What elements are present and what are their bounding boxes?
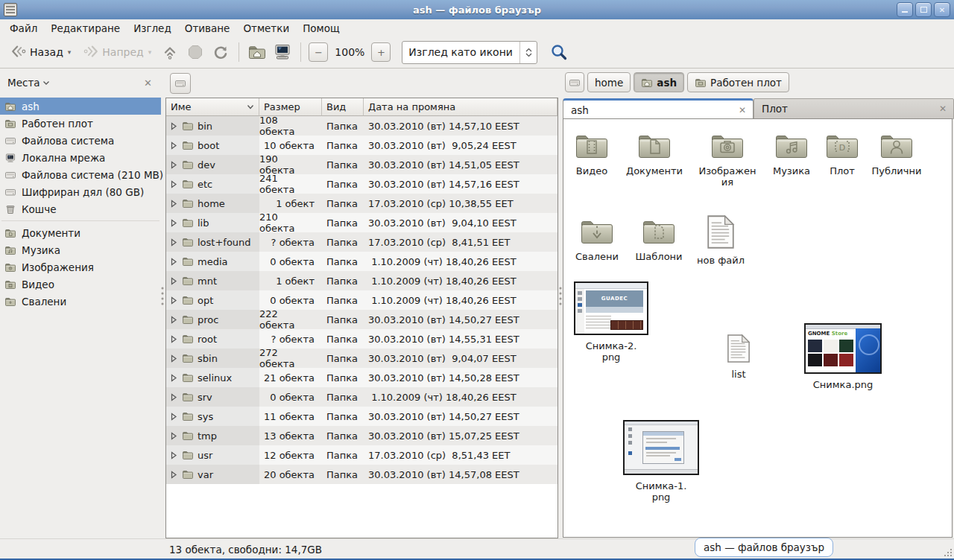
expander-icon[interactable]	[169, 432, 178, 440]
expander-icon[interactable]	[169, 238, 178, 246]
sidebar-item-Файлова система[interactable]: Файлова система	[0, 132, 161, 149]
home-button[interactable]	[244, 40, 270, 64]
grid-item-Публични[interactable]: Публични	[856, 130, 938, 176]
table-row-lib[interactable]: lib210 обектаПапка30.03.2010 (вт) 9,04,1…	[166, 213, 557, 232]
sidebar-item-Музика[interactable]: Музика	[0, 241, 161, 258]
menu-item-5[interactable]: Отметки	[236, 20, 296, 36]
table-row-home[interactable]: home1 обектПапка17.03.2010 (ср) 10,38,55…	[166, 194, 557, 213]
sidebar-title[interactable]: Места	[7, 77, 40, 89]
middle-pane-root-button[interactable]	[170, 73, 191, 94]
table-row-proc[interactable]: proc222 обектаПапка30.03.2010 (вт) 14,50…	[166, 310, 557, 329]
menu-item-4[interactable]: Отиване	[178, 20, 237, 36]
table-row-var[interactable]: var20 обектаПапка30.03.2010 (вт) 14,57,0…	[166, 465, 557, 484]
menu-item-1[interactable]: Файл	[3, 20, 44, 36]
table-row-opt[interactable]: opt0 обектаПапка 1.10.2009 (чт) 18,40,26…	[166, 290, 557, 310]
table-row-media[interactable]: media0 обектаПапка 1.10.2009 (чт) 18,40,…	[166, 252, 557, 271]
column-header-Размер[interactable]: Размер	[259, 98, 322, 116]
expander-icon[interactable]	[169, 141, 178, 150]
expander-icon[interactable]	[169, 161, 178, 169]
breadcrumb-Работен плот[interactable]: Работен плот	[687, 72, 789, 92]
sidebar-item-Локална мрежа[interactable]: Локална мрежа	[0, 149, 161, 166]
title-bar[interactable]: ash — файлов браузър ✕	[0, 0, 954, 20]
zoom-in-button[interactable]: +	[371, 42, 391, 62]
sidebar-item-Изображения[interactable]: Изображения	[0, 258, 161, 276]
breadcrumb-home[interactable]: home	[587, 72, 631, 92]
stop-button[interactable]	[183, 40, 208, 64]
go-up-button[interactable]	[157, 40, 183, 64]
grid-item-нов файл[interactable]: нов файл	[680, 214, 762, 266]
back-dropdown-icon[interactable]: ▾	[68, 48, 72, 56]
table-row-boot[interactable]: boot10 обектаПапка30.03.2010 (вт) 9,05,2…	[166, 136, 557, 155]
menu-item-3[interactable]: Изглед	[127, 20, 178, 36]
forward-button[interactable]: Напред ▾	[77, 40, 157, 65]
maximize-button[interactable]	[915, 2, 932, 17]
search-button[interactable]	[546, 40, 572, 64]
icon-view[interactable]: ВидеоДокументиИзображенияМузикаDПлотПубл…	[563, 118, 953, 538]
minimize-button[interactable]	[897, 2, 913, 17]
expander-icon[interactable]	[169, 335, 178, 343]
sidebar-close-icon[interactable]: ✕	[144, 77, 152, 89]
downloads-folder-icon	[4, 296, 16, 308]
expander-icon[interactable]	[169, 122, 178, 130]
sort-indicator-icon[interactable]	[247, 104, 254, 109]
table-row-sbin[interactable]: sbin272 обектаПапка30.03.2010 (вт) 9,04,…	[166, 349, 557, 368]
column-header-Име[interactable]: Име	[166, 98, 259, 116]
sidebar-item-Шифриран дял (80 GB)[interactable]: Шифриран дял (80 GB)	[0, 183, 161, 200]
tab-close-icon[interactable]: ✕	[939, 104, 947, 114]
reload-button[interactable]	[208, 40, 233, 64]
table-row-root[interactable]: root? обектаПапка30.03.2010 (вт) 14,55,3…	[166, 329, 557, 349]
expander-icon[interactable]	[169, 393, 178, 401]
table-row-tmp[interactable]: tmp13 обектаПапка30.03.2010 (вт) 15,07,2…	[166, 426, 557, 445]
table-row-bin[interactable]: bin108 обектаПапка30.03.2010 (вт) 14,57,…	[166, 116, 557, 136]
sidebar-item-ash[interactable]: ash	[0, 98, 161, 115]
expander-icon[interactable]	[169, 374, 178, 382]
resize-grip[interactable]	[944, 548, 953, 557]
table-row-lost+found[interactable]: lost+found? обектаПапка17.03.2010 (ср) 8…	[166, 232, 557, 252]
menu-item-6[interactable]: Помощ	[296, 20, 347, 36]
sidebar-item-Документи[interactable]: Документи	[0, 224, 161, 241]
grid-item-list[interactable]: list	[698, 334, 780, 380]
zoom-out-button[interactable]: −	[309, 42, 328, 62]
computer-button[interactable]	[270, 40, 295, 64]
expander-icon[interactable]	[169, 277, 178, 285]
expander-icon[interactable]	[169, 413, 178, 421]
expander-icon[interactable]	[169, 258, 178, 266]
sidebar-item-Кошче[interactable]: Кошче	[0, 200, 161, 217]
sidebar-item-Работен плот[interactable]: Работен плот	[0, 115, 161, 132]
grid-item-Снимка-2.png[interactable]: GUADECСнимка-2.png	[570, 281, 652, 363]
sidebar-item-Видео[interactable]: Видео	[0, 276, 161, 293]
close-button[interactable]: ✕	[934, 2, 950, 17]
grid-item-Документи[interactable]: Документи	[613, 130, 695, 176]
back-button[interactable]: Назад ▾	[4, 40, 77, 65]
table-row-usr[interactable]: usr12 обектаПапка17.03.2010 (ср) 8,51,43…	[166, 445, 557, 465]
table-row-etc[interactable]: etc241 обектаПапка30.03.2010 (вт) 14,57,…	[166, 174, 557, 194]
sidebar-item-Файлова система (210 MB)[interactable]: Файлова система (210 MB)	[0, 166, 161, 183]
table-row-srv[interactable]: srv0 обектаПапка 1.10.2009 (чт) 18,40,26…	[166, 387, 557, 407]
breadcrumb-ash[interactable]: ash	[634, 72, 684, 92]
expander-icon[interactable]	[169, 180, 178, 188]
breadcrumb-root[interactable]	[565, 72, 584, 92]
grid-item-Снимка.png[interactable]: GNOME StoreСнимка.png	[802, 323, 884, 390]
table-row-mnt[interactable]: mnt1 обектПапка 1.10.2009 (чт) 18,40,26 …	[166, 271, 557, 290]
expander-icon[interactable]	[169, 316, 178, 324]
expander-icon[interactable]	[169, 471, 178, 479]
tab-Плот[interactable]: Плот✕	[754, 98, 954, 119]
expander-icon[interactable]	[169, 451, 178, 459]
grid-item-Снимка-1.png[interactable]: Снимка-1.png	[620, 420, 702, 503]
view-mode-select[interactable]: Изглед като икони	[402, 41, 537, 64]
expander-icon[interactable]	[169, 296, 178, 305]
chevron-down-icon[interactable]	[42, 80, 50, 86]
expander-icon[interactable]	[169, 354, 178, 363]
expander-icon[interactable]	[169, 219, 178, 227]
tab-ash[interactable]: ash✕	[563, 98, 754, 119]
sidebar-item-Свалени[interactable]: Свалени	[0, 293, 161, 310]
paned-handle[interactable]	[160, 283, 165, 308]
table-row-dev[interactable]: dev190 обектаПапка30.03.2010 (вт) 14,51,…	[166, 155, 557, 174]
tab-close-icon[interactable]: ✕	[739, 105, 746, 115]
expander-icon[interactable]	[169, 200, 178, 208]
table-row-sys[interactable]: sys11 обектаПапка30.03.2010 (вт) 14,50,2…	[166, 407, 557, 426]
table-row-selinux[interactable]: selinux21 обектаПапка30.03.2010 (вт) 14,…	[166, 368, 557, 387]
menu-item-2[interactable]: Редактиране	[44, 20, 127, 36]
column-header-Вид[interactable]: Вид	[322, 98, 364, 116]
column-header-Дата на промяна[interactable]: Дата на промяна	[364, 98, 557, 116]
